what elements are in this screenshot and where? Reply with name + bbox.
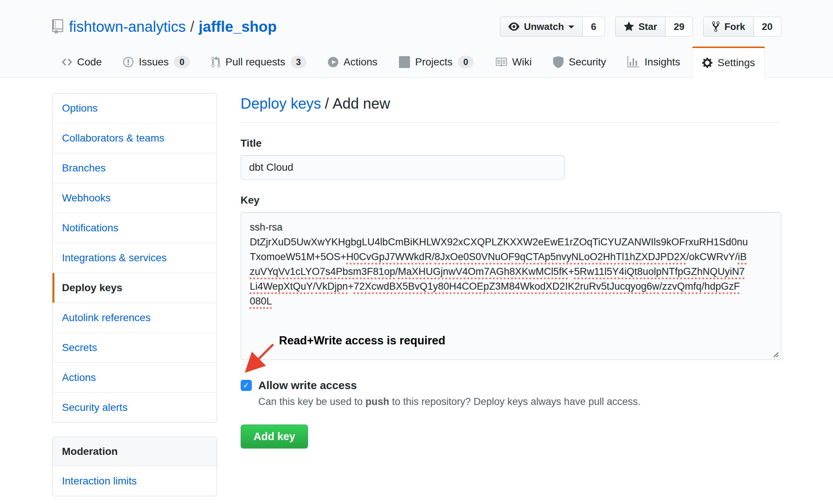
sidebar-item-security-alerts[interactable]: Security alerts: [53, 393, 217, 422]
allow-write-access-label[interactable]: Allow write access: [258, 379, 357, 392]
sidebar-item-integrations-services[interactable]: Integrations & services: [53, 243, 217, 273]
tab-label: Security: [569, 56, 606, 68]
tab-label: Issues: [139, 56, 169, 68]
wiki-icon: [495, 56, 507, 68]
sidebar-item-interaction-limits[interactable]: Interaction limits: [53, 466, 217, 496]
tab-issues[interactable]: Issues 0: [114, 47, 199, 77]
repo-name-link[interactable]: jaffle_shop: [199, 18, 277, 35]
tab-label: Insights: [644, 56, 680, 68]
fork-icon: [712, 21, 720, 33]
repo-nav-tabs: Code Issues 0 Pull requests 3 Actions Pr…: [52, 47, 781, 77]
security-icon: [553, 56, 563, 68]
sidebar-item-actions[interactable]: Actions: [53, 363, 217, 393]
tab-label: Projects: [415, 56, 453, 68]
sidebar-item-notifications[interactable]: Notifications: [53, 213, 217, 243]
tab-label: Actions: [343, 56, 377, 68]
tab-label: Code: [77, 56, 102, 68]
write-access-help-text: Can this key be used to push to this rep…: [258, 396, 781, 408]
settings-sidebar: Options Collaborators & teams Branches W…: [52, 93, 217, 504]
issue-icon: [123, 56, 133, 68]
tab-wiki[interactable]: Wiki: [485, 47, 541, 77]
watch-button-group: Unwatch 6: [500, 17, 605, 37]
sidebar-item-options[interactable]: Options: [53, 93, 217, 123]
pull-requests-count-badge: 3: [291, 56, 307, 68]
repo-title: fishtown-analytics / jaffle_shop: [52, 18, 277, 35]
insights-icon: [627, 56, 639, 68]
fork-count[interactable]: 20: [754, 17, 781, 37]
allow-write-access-row: ✓ Allow write access: [241, 379, 781, 392]
star-button-group: Star 29: [615, 17, 693, 37]
fork-label: Fork: [724, 21, 745, 33]
fork-button-group: Fork 20: [703, 17, 781, 37]
page-title: Deploy keys/Add new: [241, 95, 781, 123]
eye-icon: [508, 21, 519, 32]
tab-actions[interactable]: Actions: [318, 47, 387, 77]
title-field-label: Title: [241, 137, 781, 149]
heading-current: Add new: [333, 95, 390, 112]
repo-title-separator: /: [190, 18, 194, 35]
deploy-keys-breadcrumb-link[interactable]: Deploy keys: [241, 95, 321, 112]
key-textarea-content: ssh-rsaDtZjrXuD5UwXwYKHgbgLU4lbCmBiKHLWX…: [250, 220, 772, 309]
tab-code[interactable]: Code: [52, 47, 112, 77]
actions-icon: [328, 56, 338, 68]
sidebar-item-webhooks[interactable]: Webhooks: [53, 183, 217, 213]
issues-count-badge: 0: [174, 56, 190, 68]
moderation-menu-header: Moderation: [53, 437, 217, 466]
code-icon: [62, 56, 72, 68]
watch-count[interactable]: 6: [583, 17, 605, 37]
projects-count-badge: 0: [458, 56, 474, 68]
tab-pull-requests[interactable]: Pull requests 3: [202, 47, 316, 77]
settings-icon: [702, 57, 712, 69]
key-area: ssh-rsaDtZjrXuD5UwXwYKHgbgLU4lbCmBiKHLWX…: [241, 212, 781, 360]
settings-menu: Options Collaborators & teams Branches W…: [52, 93, 217, 423]
projects-icon: [399, 56, 410, 68]
checkmark-icon: ✓: [243, 381, 250, 390]
repo-icon: [52, 19, 63, 34]
tab-settings[interactable]: Settings: [692, 47, 765, 78]
star-label: Star: [639, 21, 657, 33]
star-button[interactable]: Star: [615, 17, 666, 37]
title-input[interactable]: [241, 155, 565, 180]
unwatch-label: Unwatch: [524, 21, 564, 33]
add-key-button[interactable]: Add key: [241, 425, 308, 449]
unwatch-button[interactable]: Unwatch: [500, 17, 583, 37]
deploy-key-form: Deploy keys/Add new Title Key ssh-rsaDtZ…: [241, 93, 781, 449]
sidebar-item-deploy-keys[interactable]: Deploy keys: [53, 273, 217, 303]
sidebar-item-secrets[interactable]: Secrets: [53, 333, 217, 363]
repo-header: fishtown-analytics / jaffle_shop Unwatch…: [0, 0, 833, 78]
tab-security[interactable]: Security: [544, 47, 616, 77]
sidebar-item-branches[interactable]: Branches: [53, 153, 217, 183]
tab-label: Wiki: [512, 56, 532, 68]
resize-gripper-icon[interactable]: [770, 349, 779, 358]
key-field-label: Key: [241, 194, 781, 206]
sidebar-item-collaborators-teams[interactable]: Collaborators & teams: [53, 123, 217, 153]
key-textarea[interactable]: ssh-rsaDtZjrXuD5UwXwYKHgbgLU4lbCmBiKHLWX…: [241, 212, 781, 360]
moderation-menu: Moderation Interaction limits: [52, 437, 217, 496]
pull-request-icon: [211, 56, 220, 68]
repo-social-actions: Unwatch 6 Star 29 Fork 20: [490, 17, 781, 37]
allow-write-access-checkbox[interactable]: ✓: [241, 380, 252, 391]
sidebar-item-autolink-references[interactable]: Autolink references: [53, 303, 217, 333]
tab-label: Settings: [718, 57, 755, 69]
repo-owner-link[interactable]: fishtown-analytics: [69, 18, 186, 35]
fork-button[interactable]: Fork: [703, 17, 754, 37]
tab-insights[interactable]: Insights: [618, 47, 690, 77]
tab-label: Pull requests: [226, 56, 285, 68]
star-count[interactable]: 29: [666, 17, 693, 37]
heading-separator: /: [325, 95, 329, 112]
caret-down-icon: [568, 25, 574, 31]
tab-projects[interactable]: Projects 0: [389, 47, 484, 77]
star-icon: [624, 21, 634, 33]
